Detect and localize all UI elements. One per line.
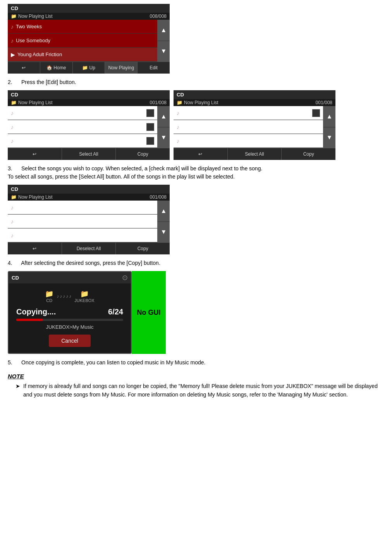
scrollbar-2b: ▲ ▼ (323, 106, 335, 148)
scroll-down-3[interactable]: ▼ (158, 222, 170, 243)
track-rows-1: ♪ Two Weeks ♪ Use Somebody ▶ Young Adult… (8, 20, 157, 62)
track-name-3-2: Free Me (16, 218, 148, 224)
copy-header: CD ⊙ (9, 272, 131, 283)
track-2b-2[interactable]: ♪ Free Me ✓ (174, 120, 323, 134)
note4: ♪ (66, 294, 68, 299)
cd-source-icon: 📁 (45, 290, 53, 298)
deselect-all-btn-3[interactable]: Deselect All (62, 243, 116, 254)
note-section: NOTE ➤ If memory is already full and son… (8, 373, 384, 399)
up-btn-1[interactable]: 📁 Up (73, 62, 105, 74)
check-2b-3: ✓ (315, 137, 320, 144)
copy-progress-bar (16, 319, 123, 321)
select-all-btn-2a[interactable]: Select All (62, 148, 116, 160)
track-3-1[interactable]: ♪ Gronlandic Edit ✓ (8, 201, 157, 215)
scroll-up-2a[interactable]: ▲ (158, 106, 170, 127)
cd-subheader-2a: 📁 Now Playing List 001/008 (8, 99, 170, 106)
check-3-1: ✓ (149, 204, 154, 211)
copy-btn-2a[interactable]: Copy (116, 148, 170, 160)
copying-text-row: Copying.... 6/24 (13, 307, 126, 316)
cd-inner-2b: ♪ Gronlandic Edit ♪ Free Me ✓ ♪ Nothing … (174, 106, 335, 148)
music-icon-2b-3: ♪ (177, 138, 179, 144)
track-rows-2b: ♪ Gronlandic Edit ♪ Free Me ✓ ♪ Nothing … (174, 106, 323, 148)
section-1: CD 📁 Now Playing List 008/008 ♪ Two Week… (8, 4, 384, 74)
track-2a-3[interactable]: ♪ Nothing Ever Happened (8, 134, 157, 148)
scroll-down-2b[interactable]: ▼ (323, 127, 335, 148)
music-icon-2b-2: ♪ (177, 124, 179, 130)
copy-transfer: 📁 CD ♪ ♪ ♪ ♪ ♪ 📁 JUKEBOX (13, 290, 126, 303)
track-count-2a: 001/008 (150, 100, 167, 105)
back-btn-1[interactable]: ↩ (8, 62, 40, 74)
cd-screen-1: CD 📁 Now Playing List 008/008 ♪ Two Week… (8, 4, 170, 74)
home-btn-1[interactable]: 🏠 Home (40, 62, 73, 74)
cd-footer-1: ↩ 🏠 Home 📁 Up Now Playing Edit (8, 62, 170, 74)
track-name-1-3: Young Adult Friction (17, 51, 154, 57)
back-btn-2b[interactable]: ↩ (174, 148, 228, 160)
scroll-down-2a[interactable]: ▼ (158, 127, 170, 148)
note-title: NOTE (8, 373, 384, 379)
two-screens: CD 📁 Now Playing List 001/008 ♪ Gronland… (8, 90, 384, 160)
back-btn-3[interactable]: ↩ (8, 243, 62, 254)
track-name-2a-3: Nothing Ever Happened (16, 138, 146, 144)
music-icon-1-1: ♪ (11, 24, 14, 30)
now-playing-btn-1[interactable]: Now Playing (105, 62, 138, 74)
copy-btn-3[interactable]: Copy (116, 243, 170, 254)
music-icon-2a-2: ♪ (11, 124, 14, 130)
note-text: ➤ If memory is already full and songs ca… (8, 382, 384, 399)
track-1-1[interactable]: ♪ Two Weeks (8, 20, 157, 34)
track-2b-1[interactable]: ♪ Gronlandic Edit (174, 106, 323, 120)
play-icon-1-3: ▶ (11, 51, 15, 58)
step-2-num: 2. (8, 79, 12, 85)
cd-inner-1: ♪ Two Weeks ♪ Use Somebody ▶ Young Adult… (8, 20, 170, 62)
note-body: If memory is already full and songs can … (23, 382, 384, 399)
music-notes-row: ♪ ♪ ♪ ♪ ♪ (57, 294, 71, 299)
track-count-3: 001/008 (150, 194, 167, 200)
scrollbar-1: ▲ ▼ (157, 20, 170, 62)
scroll-up-3[interactable]: ▲ (158, 201, 170, 222)
note3: ♪ (63, 294, 65, 299)
track-rows-2a: ♪ Gronlandic Edit ♪ Free Me ♪ Nothing Ev… (8, 106, 157, 148)
track-2a-2[interactable]: ♪ Free Me (8, 120, 157, 134)
note-bullet: ➤ (8, 382, 20, 399)
cd-header-2b: CD (174, 90, 335, 99)
track-3-3[interactable]: ♪ Nothing Ever Happened ✓ (8, 228, 157, 242)
track-name-2a-1: Gronlandic Edit (16, 110, 146, 116)
music-icon-2a-1: ♪ (11, 110, 14, 116)
cd-footer-2a: ↩ Select All Copy (8, 148, 170, 160)
track-1-3[interactable]: ▶ Young Adult Friction (8, 48, 157, 62)
music-icon-1-2: ♪ (11, 38, 14, 44)
track-3-2[interactable]: ♪ Free Me ✓ (8, 215, 157, 228)
step-3-text: 3. Select the songs you wish to copy. Wh… (8, 165, 384, 181)
note1: ♪ (57, 294, 59, 299)
select-all-btn-2b[interactable]: Select All (228, 148, 282, 160)
step-5-num: 5. (8, 359, 12, 366)
cd-subheader-2b: 📁 Now Playing List 001/008 (174, 99, 335, 106)
back-btn-2a[interactable]: ↩ (8, 148, 62, 160)
check-3-3: ✓ (149, 232, 154, 239)
track-2b-3[interactable]: ♪ Nothing Ever Happened ✓ (174, 134, 323, 148)
jukebox-dest-block: 📁 JUKEBOX (74, 290, 94, 303)
cd-label-1: CD (11, 5, 18, 11)
scroll-down-1[interactable]: ▼ (158, 41, 170, 62)
check-2b-2: ✓ (315, 123, 320, 130)
check-empty-2a-3 (146, 137, 154, 145)
track-name-3-1: Gronlandic Edit (16, 204, 148, 210)
cd-inner-2a: ♪ Gronlandic Edit ♪ Free Me ♪ Nothing Ev… (8, 106, 170, 148)
spinning-icon: ⊙ (122, 273, 128, 282)
now-playing-label-3: 📁 Now Playing List (11, 194, 53, 200)
scroll-up-1[interactable]: ▲ (158, 20, 170, 41)
cd-inner-3: ♪ Gronlandic Edit ✓ ♪ Free Me ✓ ♪ Nothin… (8, 201, 170, 242)
cd-screen-2a: CD 📁 Now Playing List 001/008 ♪ Gronland… (8, 90, 170, 160)
scroll-up-2b[interactable]: ▲ (323, 106, 335, 127)
note5: ♪ (69, 294, 71, 299)
check-empty-2a-2 (146, 123, 154, 131)
track-name-3-3: Nothing Ever Happened (16, 232, 148, 238)
music-icon-3-3: ♪ (11, 232, 14, 239)
no-gui-box: No GUI (132, 271, 166, 354)
copy-btn-2b[interactable]: Copy (282, 148, 335, 160)
jukebox-icon: 📁 (80, 290, 89, 298)
track-2a-1[interactable]: ♪ Gronlandic Edit (8, 106, 157, 120)
edit-btn-1[interactable]: Edit (138, 62, 170, 74)
track-1-2[interactable]: ♪ Use Somebody (8, 34, 157, 48)
cd-label-2a: CD (11, 92, 18, 98)
cancel-button[interactable]: Cancel (49, 335, 91, 347)
